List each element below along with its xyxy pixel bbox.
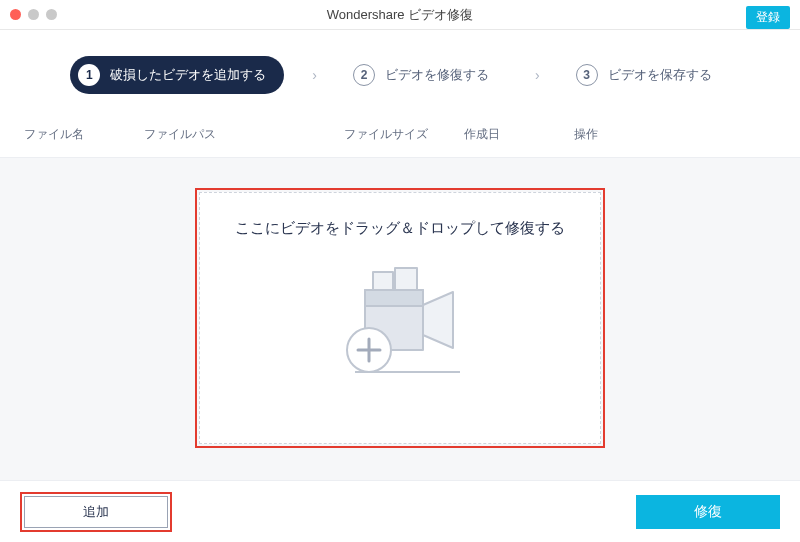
step-3-number: 3 <box>576 64 598 86</box>
step-1[interactable]: 1 破損したビデオを追加する <box>70 56 284 94</box>
app-title: Wondershare ビデオ修復 <box>0 6 800 24</box>
step-3-label: ビデオを保存する <box>608 66 712 84</box>
dropzone[interactable]: ここにビデオをドラッグ＆ドロップして修復する <box>199 192 601 444</box>
step-1-label: 破損したビデオを追加する <box>110 66 266 84</box>
column-action: 操作 <box>574 126 776 143</box>
add-button[interactable]: 追加 <box>24 496 168 528</box>
step-separator-icon: › <box>312 67 317 83</box>
svg-rect-3 <box>395 268 417 290</box>
window-controls <box>10 9 57 20</box>
step-2-label: ビデオを修復する <box>385 66 489 84</box>
column-filesize: ファイルサイズ <box>344 126 464 143</box>
maximize-window-icon[interactable] <box>46 9 57 20</box>
column-filepath: ファイルパス <box>144 126 344 143</box>
svg-rect-2 <box>373 272 393 290</box>
step-2-number: 2 <box>353 64 375 86</box>
repair-button[interactable]: 修復 <box>636 495 780 529</box>
step-separator-icon: › <box>535 67 540 83</box>
step-3[interactable]: 3 ビデオを保存する <box>568 56 730 94</box>
stepper: 1 破損したビデオを追加する › 2 ビデオを修復する › 3 ビデオを保存する <box>0 30 800 116</box>
minimize-window-icon[interactable] <box>28 9 39 20</box>
register-button[interactable]: 登録 <box>746 6 790 29</box>
table-headers: ファイル名 ファイルパス ファイルサイズ 作成日 操作 <box>0 116 800 158</box>
bottom-bar: 追加 修復 <box>0 480 800 542</box>
step-2[interactable]: 2 ビデオを修復する <box>345 56 507 94</box>
column-created: 作成日 <box>464 126 574 143</box>
svg-rect-1 <box>365 290 423 306</box>
column-filename: ファイル名 <box>24 126 144 143</box>
add-button-highlight: 追加 <box>20 492 172 532</box>
step-1-number: 1 <box>78 64 100 86</box>
video-camera-add-icon <box>325 260 475 390</box>
titlebar: Wondershare ビデオ修復 登録 <box>0 0 800 30</box>
close-window-icon[interactable] <box>10 9 21 20</box>
dropzone-text: ここにビデオをドラッグ＆ドロップして修復する <box>235 219 565 238</box>
main-area: ここにビデオをドラッグ＆ドロップして修復する <box>0 158 800 492</box>
